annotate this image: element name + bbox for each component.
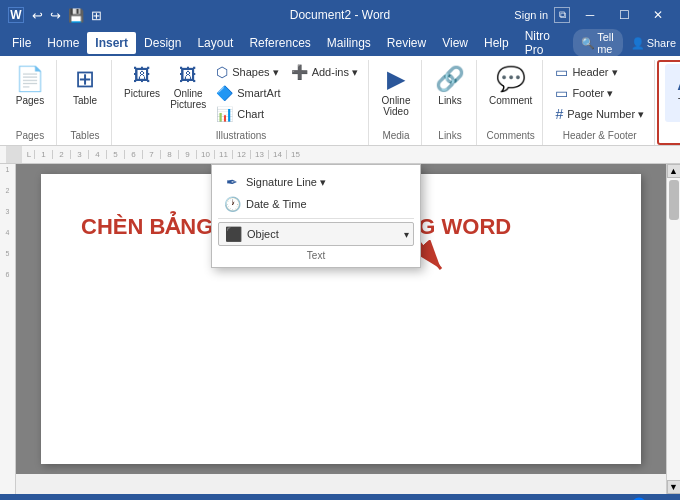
header-footer-group-label: Header & Footer [563, 130, 637, 143]
pages-group-label: Pages [16, 130, 44, 143]
popup-section-label: Text [218, 250, 414, 261]
customize-button[interactable]: ⊞ [89, 6, 104, 25]
header-icon: ▭ [555, 64, 568, 80]
ribbon: 📄 Pages Pages ⊞ Table Tables 🖼 Pictures … [0, 56, 680, 146]
ribbon-group-text: A Text ▾ ⬜ Text Box ▾ ⚡ Quick Parts ▾ A … [657, 60, 680, 145]
date-time-option[interactable]: 🕐 Date & Time [218, 193, 414, 215]
title-bar: W ↩ ↪ 💾 ⊞ Document2 - Word Sign in ⧉ ─ ☐… [0, 0, 680, 30]
addins-button[interactable]: ➕ Add-ins ▾ [287, 62, 362, 82]
table-icon: ⊞ [75, 65, 95, 93]
menu-design[interactable]: Design [136, 32, 189, 54]
scroll-up-button[interactable]: ▲ [667, 164, 681, 178]
menu-bar: File Home Insert Design Layout Reference… [0, 30, 680, 56]
links-group-label: Links [438, 130, 461, 143]
ribbon-group-media: ▶ OnlineVideo Media [371, 60, 422, 145]
scroll-thumb[interactable] [669, 180, 679, 220]
smartart-icon: 🔷 [216, 85, 233, 101]
illustrations-group-label: Illustrations [216, 130, 267, 143]
share-button[interactable]: 👤 Share [631, 37, 676, 50]
links-icon: 🔗 [435, 65, 465, 93]
signin-button[interactable]: Sign in [514, 9, 548, 21]
links-button[interactable]: 🔗 Links [430, 62, 470, 109]
minimize-button[interactable]: ─ [576, 5, 604, 25]
menu-references[interactable]: References [241, 32, 318, 54]
pages-button[interactable]: 📄 Pages [10, 62, 50, 109]
footer-icon: ▭ [555, 85, 568, 101]
media-group-label: Media [382, 130, 409, 143]
pictures-icon: 🖼 [133, 65, 151, 86]
tell-me-box[interactable]: 🔍 Tell me [573, 29, 622, 57]
tell-me-label: Tell me [597, 31, 614, 55]
menu-mailings[interactable]: Mailings [319, 32, 379, 54]
scroll-track[interactable] [667, 178, 680, 480]
undo-button[interactable]: ↩ [30, 6, 45, 25]
ribbon-group-pages: 📄 Pages Pages [4, 60, 57, 145]
page-number-icon: # [555, 106, 563, 122]
online-pictures-icon: 🖼 [179, 65, 197, 86]
ribbon-group-tables: ⊞ Table Tables [59, 60, 112, 145]
title-bar-left: W ↩ ↪ 💾 ⊞ [8, 6, 104, 25]
addins-icon: ➕ [291, 64, 308, 80]
online-pictures-button[interactable]: 🖼 OnlinePictures [166, 62, 210, 113]
quick-access-toolbar: ↩ ↪ 💾 ⊞ [30, 6, 104, 25]
menu-help[interactable]: Help [476, 32, 517, 54]
smartart-button[interactable]: 🔷 SmartArt [212, 83, 284, 103]
pages-icon: 📄 [15, 65, 45, 93]
chart-button[interactable]: 📊 Chart [212, 104, 284, 124]
chart-icon: 📊 [216, 106, 233, 122]
comment-icon: 💬 [496, 65, 526, 93]
ribbon-group-comments: 💬 Comment Comments [479, 60, 543, 145]
comments-group-label: Comments [487, 130, 535, 143]
word-icon: W [8, 7, 24, 23]
share-icon: 👤 [631, 37, 645, 50]
ruler: L 1 2 3 4 5 6 7 8 9 10 11 12 13 14 15 [0, 146, 680, 164]
ribbon-group-links: 🔗 Links Links [424, 60, 477, 145]
vertical-scrollbar[interactable]: ▲ ▼ [666, 164, 680, 494]
pictures-button[interactable]: 🖼 Pictures [120, 62, 164, 102]
shapes-button[interactable]: ⬡ Shapes ▾ [212, 62, 284, 82]
signin-area: Sign in ⧉ ─ ☐ ✕ [514, 5, 672, 25]
save-button[interactable]: 💾 [66, 6, 86, 25]
menu-insert[interactable]: Insert [87, 32, 136, 54]
document-area[interactable]: CHÈN BẢNG TÍNH EXCEL TRONG WORD ✒ Signat… [16, 164, 666, 474]
tables-group-label: Tables [71, 130, 100, 143]
left-ruler: 1 2 3 4 5 6 [0, 164, 16, 494]
main-area: 1 2 3 4 5 6 CHÈN BẢNG TÍNH EXCEL TRONG W… [0, 164, 680, 494]
video-icon: ▶ [387, 65, 405, 93]
page-number-button[interactable]: # Page Number ▾ [551, 104, 648, 124]
object-option[interactable]: ⬛ Object ▾ [218, 222, 414, 246]
restore-button[interactable]: ⧉ [554, 7, 570, 23]
shapes-icon: ⬡ [216, 64, 228, 80]
status-bar: Page 1 of 1 6 Words 🇻🇳 Vietnamese 📄 100% [0, 494, 680, 500]
header-button[interactable]: ▭ Header ▾ [551, 62, 648, 82]
maximize-button[interactable]: ☐ [610, 5, 638, 25]
ribbon-group-header-footer: ▭ Header ▾ ▭ Footer ▾ # Page Number ▾ He… [545, 60, 655, 145]
menu-nitro[interactable]: Nitro Pro [517, 32, 574, 54]
text-dropdown-popup: ✒ Signature Line ▾ 🕐 Date & Time ⬛ Objec… [211, 164, 421, 268]
text-button[interactable]: A Text ▾ [665, 64, 680, 122]
menu-home[interactable]: Home [39, 32, 87, 54]
table-button[interactable]: ⊞ Table [65, 62, 105, 109]
ribbon-group-illustrations: 🖼 Pictures 🖼 OnlinePictures ⬡ Shapes ▾ 🔷… [114, 60, 369, 145]
date-time-icon: 🕐 [222, 196, 242, 212]
close-button[interactable]: ✕ [644, 5, 672, 25]
popup-divider [218, 218, 414, 219]
signature-icon: ✒ [222, 174, 242, 190]
object-icon: ⬛ [223, 226, 243, 242]
window-title: Document2 - Word [290, 8, 390, 22]
scroll-down-button[interactable]: ▼ [667, 480, 681, 494]
menu-view[interactable]: View [434, 32, 476, 54]
signature-line-option[interactable]: ✒ Signature Line ▾ [218, 171, 414, 193]
comment-button[interactable]: 💬 Comment [485, 62, 536, 109]
menu-review[interactable]: Review [379, 32, 434, 54]
menu-file[interactable]: File [4, 32, 39, 54]
menu-layout[interactable]: Layout [189, 32, 241, 54]
redo-button[interactable]: ↪ [48, 6, 63, 25]
online-video-button[interactable]: ▶ OnlineVideo [377, 62, 415, 120]
footer-button[interactable]: ▭ Footer ▾ [551, 83, 648, 103]
search-icon: 🔍 [581, 37, 595, 50]
